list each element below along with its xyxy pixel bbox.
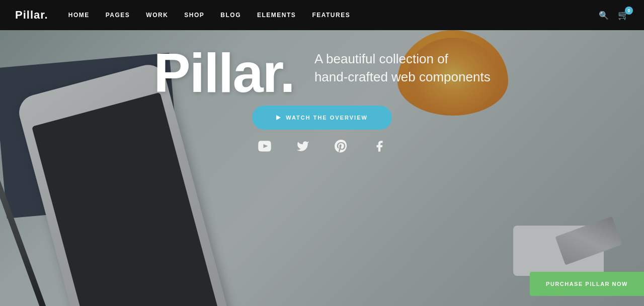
youtube-icon[interactable] xyxy=(258,140,271,156)
hero-section: Pillar. HOME PAGES WORK SHOP BLOG ELEMEN… xyxy=(0,0,644,306)
cart-badge: 0 xyxy=(625,7,633,15)
nav-menu: HOME PAGES WORK SHOP BLOG ELEMENTS FEATU… xyxy=(68,12,599,19)
cart-button[interactable]: 🛒 0 xyxy=(618,10,629,21)
hero-big-title: Pillar. xyxy=(153,45,294,100)
search-icon: 🔍 xyxy=(599,11,609,20)
twitter-icon[interactable] xyxy=(296,140,309,156)
hero-title-area: Pillar. xyxy=(153,45,294,100)
play-icon xyxy=(276,115,281,120)
hero-tagline-line1: A beautiful collection of xyxy=(314,50,491,68)
nav-work[interactable]: WORK xyxy=(146,12,168,19)
purchase-button[interactable]: PURCHASE PILLAR NOW xyxy=(530,272,644,296)
hero-content: Pillar. A beautiful collection of hand-c… xyxy=(0,30,644,306)
hero-tagline: A beautiful collection of hand-crafted w… xyxy=(314,50,491,86)
social-row xyxy=(0,130,644,168)
nav-elements[interactable]: ELEMENTS xyxy=(257,12,296,19)
watch-overview-label: WATCH THE OVERVIEW xyxy=(286,115,368,121)
nav-features[interactable]: FEATURES xyxy=(312,12,350,19)
logo[interactable]: Pillar. xyxy=(15,9,48,22)
nav-shop[interactable]: SHOP xyxy=(184,12,204,19)
cta-row: WATCH THE OVERVIEW xyxy=(0,106,644,130)
title-tagline-row: Pillar. A beautiful collection of hand-c… xyxy=(0,45,644,100)
navbar-right: 🔍 🛒 0 xyxy=(599,10,629,21)
search-button[interactable]: 🔍 xyxy=(599,11,609,20)
watch-overview-button[interactable]: WATCH THE OVERVIEW xyxy=(252,106,392,130)
nav-blog[interactable]: BLOG xyxy=(220,12,241,19)
nav-pages[interactable]: PAGES xyxy=(106,12,130,19)
nav-home[interactable]: HOME xyxy=(68,12,90,19)
navbar: Pillar. HOME PAGES WORK SHOP BLOG ELEMEN… xyxy=(0,0,644,30)
facebook-icon[interactable] xyxy=(373,140,386,156)
pinterest-icon[interactable] xyxy=(335,140,348,156)
hero-tagline-line2: hand-crafted web components xyxy=(314,68,491,86)
